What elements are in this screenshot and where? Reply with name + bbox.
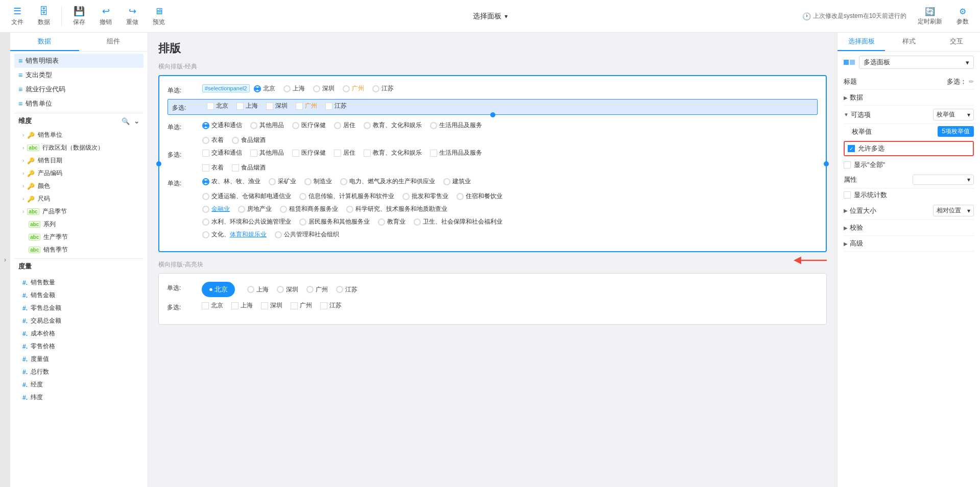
radio-resident[interactable]: 居民服务和其他服务业 [299, 217, 370, 226]
tab-select-panel[interactable]: 选择面板 [838, 33, 885, 51]
radio-daily[interactable]: 生活用品及服务 [430, 121, 482, 130]
radio-beijing-1[interactable]: 北京 [254, 84, 275, 93]
radio-power[interactable]: 电力、燃气及水的生产和供应业 [340, 177, 435, 186]
check-food[interactable]: 食品烟酒 [232, 163, 266, 172]
dataset-item-1[interactable]: ≡ 销售明细表 [14, 54, 144, 68]
measure-item-4[interactable]: #. 交易总金额 [14, 314, 144, 327]
dim-item-2[interactable]: › abc 行政区划（数据级次） [14, 141, 144, 154]
radio-other[interactable]: 其他用品 [250, 121, 284, 130]
preview-button[interactable]: 🖥 预览 [148, 4, 170, 29]
save-button[interactable]: 💾 保存 [68, 4, 90, 29]
dim-item-7[interactable]: › abc 产品季节 [14, 205, 144, 218]
validate-section-expand[interactable]: ▶ 校验 [844, 220, 974, 236]
radio-living[interactable]: 居住 [334, 121, 355, 130]
radio-wholesale[interactable]: 批发和零售业 [402, 192, 448, 201]
measure-item-5[interactable]: #. 成本价格 [14, 327, 144, 340]
radio-shenzhen-1[interactable]: 深圳 [313, 84, 334, 93]
measure-item-8[interactable]: #. 总行数 [14, 366, 144, 378]
file-button[interactable]: ☰ 文件 [6, 4, 29, 29]
radio-water[interactable]: 水利、环境和公共设施管理业 [202, 217, 291, 226]
radio-beijing-hl[interactable]: ● 北京 [202, 282, 239, 297]
sidebar-toggle[interactable]: › [0, 33, 10, 487]
radio-jiangsu-hl[interactable]: 江苏 [336, 285, 357, 294]
expand-icon[interactable]: ⌄ [134, 117, 139, 125]
tab-style[interactable]: 样式 [885, 33, 933, 51]
schedule-button[interactable]: 🔄 定时刷新 [913, 5, 947, 28]
dataset-item-2[interactable]: ≡ 支出类型 [14, 68, 144, 82]
measure-item-1[interactable]: #. 销售数量 [14, 276, 144, 289]
check-shenzhen-hl[interactable]: 深圳 [261, 301, 282, 310]
resize-handle-bottom[interactable] [490, 112, 495, 117]
check-beijing-hl[interactable]: 北京 [202, 301, 223, 310]
dim-item-4[interactable]: › 🔑 产品编码 [14, 167, 144, 180]
radio-hotel[interactable]: 住宿和餐饮业 [457, 192, 503, 201]
radio-it[interactable]: 信息传输、计算机服务和软件业 [299, 192, 394, 201]
dim-item-5[interactable]: › 🔑 颜色 [14, 180, 144, 192]
radio-health[interactable]: 卫生、社会保障和社会福利业 [414, 217, 503, 226]
check-traffic[interactable]: 交通和通信 [202, 149, 242, 157]
radio-mining[interactable]: 采矿业 [269, 177, 296, 186]
dim-item-1[interactable]: › 🔑 销售单位 [14, 129, 144, 141]
dim-item-10[interactable]: abc 销售季节 [14, 243, 144, 256]
check-shanghai-1[interactable]: 上海 [236, 102, 258, 110]
check-shanghai-hl[interactable]: 上海 [231, 301, 253, 310]
search-icon[interactable]: 🔍 [122, 117, 130, 125]
show-count-checkbox[interactable] [844, 191, 851, 199]
measure-item-2[interactable]: #. 销售金额 [14, 289, 144, 302]
check-beijing-1[interactable]: 北京 [207, 102, 228, 110]
radio-mfg[interactable]: 制造业 [304, 177, 332, 186]
check-jiangsu-1[interactable]: 江苏 [325, 102, 347, 110]
measure-item-6[interactable]: #. 零售价格 [14, 340, 144, 353]
position-select[interactable]: 相对位置 ▾ [933, 205, 974, 216]
radio-lease[interactable]: 租赁和商务服务业 [280, 205, 338, 213]
radio-shenzhen-hl[interactable]: 深圳 [277, 285, 298, 294]
check-medical[interactable]: 医疗保健 [292, 149, 326, 157]
dim-item-6[interactable]: › 🔑 尺码 [14, 192, 144, 205]
redo-button[interactable]: ↪ 重做 [121, 4, 144, 29]
radio-realestate[interactable]: 房地产业 [238, 205, 272, 213]
check-clothes[interactable]: 衣着 [202, 163, 224, 172]
dataset-item-3[interactable]: ≡ 就业行业代码 [14, 82, 144, 96]
panel-section2[interactable]: 单选: ● 北京 上海 深圳 广州 [158, 273, 827, 325]
allow-multi-checkbox[interactable]: ✓ [848, 145, 855, 152]
check-jiangsu-hl[interactable]: 江苏 [320, 301, 342, 310]
measure-item-10[interactable]: #. 纬度 [14, 391, 144, 404]
edit-icon[interactable]: ✏ [969, 78, 974, 85]
radio-traffic[interactable]: 交通和通信 [202, 121, 242, 130]
dim-item-3[interactable]: › 🔑 销售日期 [14, 154, 144, 167]
radio-shanghai-hl[interactable]: 上海 [247, 285, 269, 294]
radio-guangzhou-hl[interactable]: 广州 [306, 285, 328, 294]
radio-finance[interactable]: 金融业 [202, 205, 230, 213]
radio-public[interactable]: 公共管理和社会组织 [275, 230, 339, 239]
title-bar[interactable]: 选择面板 ▾ [473, 12, 508, 21]
check-daily[interactable]: 生活用品及服务 [430, 149, 482, 157]
undo-button[interactable]: ↩ 撤销 [94, 4, 117, 29]
data-section-expand[interactable]: ▶ 数据 [844, 90, 974, 106]
dim-item-8[interactable]: abc 系列 [14, 218, 144, 231]
radio-culture[interactable]: 教育、文化和娱乐 [364, 121, 422, 130]
measure-item-9[interactable]: #. 经度 [14, 378, 144, 391]
radio-medical[interactable]: 医疗保健 [292, 121, 326, 130]
tab-data[interactable]: 数据 [10, 33, 79, 51]
tab-interact[interactable]: 交互 [933, 33, 980, 51]
position-section-expand[interactable]: ▶ 位置大小 相对位置 ▾ [844, 202, 974, 220]
radio-sport[interactable]: 文化、体育和娱乐业 [202, 230, 267, 239]
check-culture[interactable]: 教育、文化和娱乐 [364, 149, 422, 157]
measure-item-7[interactable]: #. 度量值 [14, 353, 144, 366]
check-other[interactable]: 其他用品 [250, 149, 284, 157]
tab-components[interactable]: 组件 [79, 33, 148, 51]
dim-item-9[interactable]: abc 生产季节 [14, 231, 144, 243]
radio-shanghai-1[interactable]: 上海 [283, 84, 305, 93]
radio-transport[interactable]: 交通运输、仓储和邮电通信业 [202, 192, 291, 201]
radio-construct[interactable]: 建筑业 [443, 177, 471, 186]
panel-section1[interactable]: 单选: #selectionpanel2 北京 上海 深圳 [158, 75, 827, 252]
advanced-section-expand[interactable]: ▶ 高级 [844, 236, 974, 252]
panel-type-dropdown[interactable]: 多选面板 ▾ [859, 56, 974, 69]
attribute-select[interactable]: ▾ [913, 175, 974, 185]
enum-type-select[interactable]: 枚举值 ▾ [933, 109, 974, 120]
radio-food[interactable]: 食品烟酒 [232, 136, 266, 144]
show-all-checkbox[interactable] [844, 161, 851, 168]
params-button[interactable]: ⚙ 参数 [951, 5, 974, 28]
radio-agri[interactable]: 农、林、牧、渔业 [202, 177, 260, 186]
check-shenzhen-1[interactable]: 深圳 [266, 102, 288, 110]
